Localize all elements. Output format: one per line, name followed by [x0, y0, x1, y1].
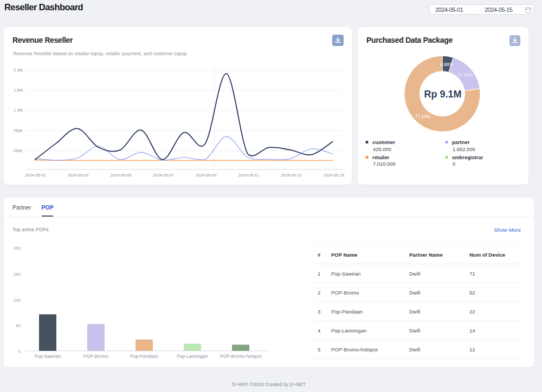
svg-text:Pop-Sawiran: Pop-Sawiran	[35, 354, 61, 359]
svg-text:250K: 250K	[13, 148, 23, 153]
svg-text:77.14%: 77.14%	[415, 114, 431, 119]
svg-text:150: 150	[14, 272, 21, 277]
svg-text:50: 50	[16, 323, 21, 328]
svg-text:smbregistrar: smbregistrar	[452, 154, 483, 160]
svg-text:Pop-Lamongan: Pop-Lamongan	[177, 354, 208, 359]
svg-text:customer: customer	[372, 139, 396, 145]
svg-text:retailer: retailer	[372, 154, 390, 160]
svg-text:2024-05-01: 2024-05-01	[25, 173, 46, 178]
svg-text:2024-05-03: 2024-05-03	[68, 173, 88, 178]
svg-text:18.18%: 18.18%	[457, 72, 473, 77]
svg-text:1.3M: 1.3M	[14, 108, 23, 113]
svg-text:1.652.000: 1.652.000	[453, 146, 475, 152]
svg-text:1.8M: 1.8M	[14, 88, 23, 93]
svg-text:0: 0	[453, 161, 455, 167]
svg-text:750K: 750K	[13, 128, 23, 133]
svg-text:2.3M: 2.3M	[14, 68, 23, 73]
svg-text:Rp 9.1M: Rp 9.1M	[424, 89, 461, 100]
svg-text:200: 200	[14, 246, 21, 251]
svg-text:425.000: 425.000	[373, 146, 391, 152]
svg-text:2024-05-15: 2024-05-15	[324, 173, 344, 178]
svg-text:2024-05-11: 2024-05-11	[238, 173, 259, 178]
svg-text:POP-Bromo: POP-Bromo	[83, 354, 108, 359]
svg-text:2024-05-07: 2024-05-07	[153, 173, 173, 178]
svg-text:7.010.000: 7.010.000	[373, 161, 396, 167]
svg-text:2024-05-09: 2024-05-09	[196, 173, 216, 178]
svg-text:4.68%: 4.68%	[440, 62, 454, 67]
svg-text:2024-05-05: 2024-05-05	[111, 173, 131, 178]
svg-text:2024-05-13: 2024-05-13	[281, 173, 301, 178]
svg-text:Pop-Pandaan: Pop-Pandaan	[130, 354, 158, 359]
svg-text:0: 0	[18, 349, 21, 354]
svg-text:100: 100	[14, 298, 21, 303]
svg-text:partner: partner	[452, 139, 470, 145]
svg-text:POP-Bromo-hotspot: POP-Bromo-hotspot	[220, 354, 262, 359]
